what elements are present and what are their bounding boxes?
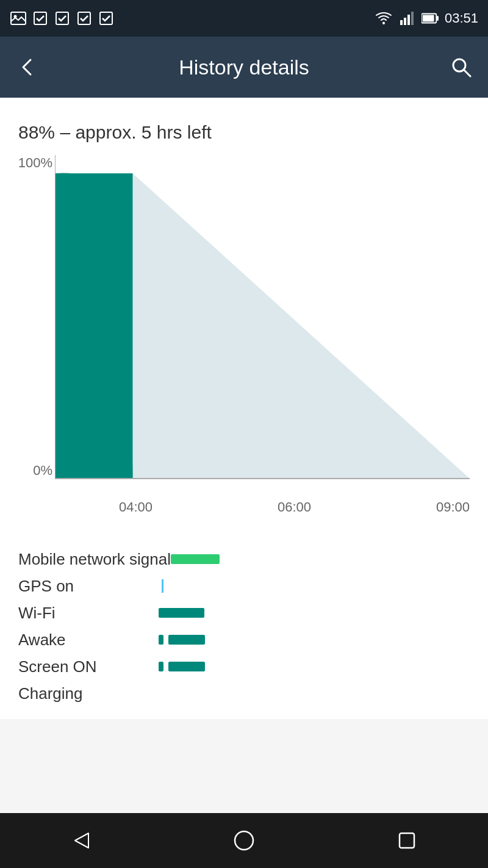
image-icon — [10, 10, 27, 27]
signal-icon — [398, 10, 415, 27]
screen-on-label: Screen ON — [18, 657, 159, 676]
svg-line-15 — [464, 70, 470, 76]
indicator-wifi: Wi-Fi — [18, 599, 476, 626]
gps-label: GPS on — [18, 577, 159, 596]
nav-home-button[interactable] — [220, 816, 268, 865]
mobile-network-label: Mobile network signal — [18, 550, 171, 569]
battery-chart: 100% 0% — [18, 149, 470, 533]
indicator-charging: Charging — [18, 680, 476, 707]
svg-rect-7 — [400, 20, 403, 25]
wifi-bar — [159, 608, 204, 618]
awake-bar-1 — [159, 635, 163, 645]
y-label-0: 0% — [33, 463, 52, 479]
svg-rect-23 — [400, 833, 414, 848]
screen-on-bar-2 — [168, 662, 205, 671]
back-button[interactable] — [12, 52, 41, 82]
svg-point-6 — [382, 22, 385, 24]
app-bar: History details — [0, 37, 488, 98]
mobile-network-bar-area — [171, 552, 476, 566]
check-icon-4 — [98, 10, 115, 27]
status-bar: 03:51 — [0, 0, 488, 37]
check-icon-3 — [76, 10, 93, 27]
page-title: History details — [54, 56, 434, 79]
charging-bar-area — [159, 686, 476, 701]
indicator-mobile-network: Mobile network signal — [18, 546, 476, 573]
status-icons — [10, 10, 115, 27]
status-time: 03:51 — [445, 10, 478, 26]
chart-svg — [55, 155, 470, 497]
check-icon-2 — [54, 10, 71, 27]
screen-on-bar-area — [159, 659, 476, 674]
wifi-bar-area — [159, 606, 476, 620]
search-button[interactable] — [447, 52, 476, 82]
svg-marker-21 — [75, 833, 88, 848]
svg-rect-2 — [34, 12, 46, 24]
svg-rect-13 — [423, 15, 434, 21]
x-label-0600: 06:00 — [278, 499, 311, 515]
gps-dot — [162, 579, 163, 593]
svg-rect-4 — [78, 12, 90, 24]
charging-label: Charging — [18, 684, 159, 703]
battery-icon — [422, 10, 439, 27]
indicators-section: Mobile network signal GPS on Wi-Fi Awake… — [0, 533, 488, 719]
y-label-100: 100% — [18, 155, 52, 171]
nav-recent-button[interactable] — [382, 816, 431, 865]
svg-point-22 — [235, 831, 253, 850]
svg-rect-10 — [411, 12, 414, 25]
nav-back-button[interactable] — [57, 816, 106, 865]
battery-status-text: 88% – approx. 5 hrs left — [18, 110, 470, 149]
y-axis: 100% 0% — [18, 155, 55, 497]
indicator-awake: Awake — [18, 626, 476, 653]
svg-rect-9 — [407, 15, 410, 25]
awake-bar-area — [159, 632, 476, 647]
screen-on-bar-1 — [159, 662, 163, 671]
wifi-icon — [375, 10, 392, 27]
svg-rect-3 — [56, 12, 68, 24]
bottom-navigation — [0, 813, 488, 868]
x-label-0900: 09:00 — [436, 499, 470, 515]
status-right: 03:51 — [375, 10, 478, 27]
svg-rect-12 — [436, 16, 439, 20]
svg-rect-5 — [100, 12, 112, 24]
check-icon-1 — [32, 10, 49, 27]
svg-rect-8 — [404, 18, 406, 25]
mobile-network-bar — [171, 554, 220, 564]
x-label-0400: 04:00 — [119, 499, 152, 515]
wifi-label: Wi-Fi — [18, 604, 159, 623]
main-content: 88% – approx. 5 hrs left 100% 0% — [0, 98, 488, 533]
indicator-screen-on: Screen ON — [18, 653, 476, 680]
awake-label: Awake — [18, 631, 159, 649]
gps-bar-area — [159, 579, 476, 593]
awake-bar-2 — [168, 635, 205, 645]
indicator-gps: GPS on — [18, 573, 476, 599]
